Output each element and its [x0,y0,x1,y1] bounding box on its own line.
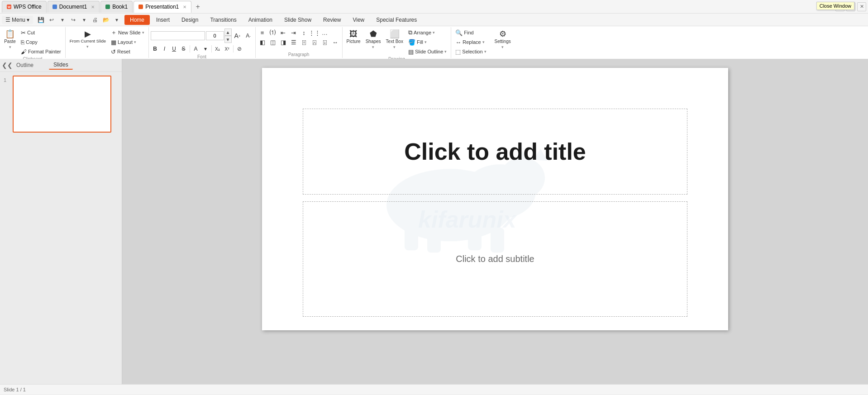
strikethrough-button[interactable]: S [179,44,188,53]
font-name-input[interactable] [151,31,205,40]
layout-button[interactable]: ▦ Layout ▾ [109,38,147,47]
align-center-button[interactable]: ◫ [268,38,278,47]
outline-tab[interactable]: Outline [12,61,38,69]
font-size-input[interactable] [206,31,224,40]
find-button[interactable]: 🔍 Find [453,28,476,37]
slide-thumbnail-1[interactable] [13,76,111,133]
ribbon-tab-special[interactable]: Special Features [371,15,422,25]
shapes-button[interactable]: ⬟ Shapes ▾ [363,28,383,51]
redo-button[interactable]: ↪ [68,15,78,25]
shapes-label: Shapes [366,39,381,44]
tab-ppt-close[interactable]: ✕ [183,5,186,10]
paste-button[interactable]: 📋 Paste ▾ [2,28,18,51]
slide-canvas[interactable]: kifarunix Click to add title Click to ad… [262,68,728,330]
ribbon-group-clipboard: 📋 Paste ▾ ✂ Cut ⎘ Copy 🖌 Format Painter [0,27,66,58]
picture-button[interactable]: 🖼 Picture [344,28,363,46]
ribbon-tab-insert[interactable]: Insert [151,15,175,25]
fill-button[interactable]: 🪣 Fill ▾ [406,38,449,47]
align-middle-button[interactable]: ⍓ [310,38,320,47]
print-button[interactable]: 🖨 [90,15,100,25]
sidebar: ❮❮ Outline Slides 1 [0,59,122,384]
cut-button[interactable]: ✂ Cut [19,28,63,37]
open-button[interactable]: 📂 [101,15,111,25]
doc-icon [52,5,57,9]
text-dir-button[interactable]: ↔ [330,38,340,47]
tab-doc-close[interactable]: ✕ [91,5,95,10]
font-size-increase-button[interactable]: ▲ [224,29,232,36]
line-spacing-button[interactable]: ↕ [299,28,309,37]
tab-wps-office[interactable]: W WPS Office [2,1,47,13]
selection-button[interactable]: ⬚ Selection ▾ [453,47,488,56]
ribbon-tab-transitions[interactable]: Transitions [205,15,242,25]
para-more-button[interactable]: … [320,28,330,37]
bold-button[interactable]: B [151,44,160,53]
indent-more-button[interactable]: ⇥ [289,28,299,37]
indent-less-button[interactable]: ⇤ [278,28,288,37]
ribbon-tab-slideshow[interactable]: Slide Show [279,15,317,25]
redo-dropdown[interactable]: ▾ [79,15,89,25]
close-button[interactable]: ✕ [857,2,866,11]
clipboard-content: 📋 Paste ▾ ✂ Cut ⎘ Copy 🖌 Format Painter [2,28,63,56]
copy-button[interactable]: ⎘ Copy [19,38,63,47]
text-box-label: Text Box [386,39,403,44]
drawing-group-label: Drawing [344,56,449,59]
replace-button[interactable]: ↔ Replace ▾ [453,38,486,47]
replace-label: Replace [463,39,481,45]
tab-document1[interactable]: Document1 ✕ [48,1,100,13]
superscript-button[interactable]: X² [223,44,232,53]
editing-content: 🔍 Find ↔ Replace ▾ ⬚ Selection ▾ [453,28,488,57]
slide-number-1: 1 [4,76,10,83]
menu-wps[interactable]: ☰ Menu ▾ [2,16,33,24]
qa-more-button[interactable]: ▾ [112,15,122,25]
settings-button[interactable]: ⚙ Settings ▾ [492,28,513,51]
text-box-button[interactable]: ⬜ Text Box ▾ [384,28,405,51]
underline-button[interactable]: U [170,44,179,53]
slide-outline-button[interactable]: ▤ Slide Outline ▾ [406,47,449,56]
arrange-dropdown: ▾ [433,30,435,35]
sidebar-collapse-button[interactable]: ❮❮ [0,61,14,70]
align-right-button[interactable]: ◨ [278,38,288,47]
font-size-grow-button[interactable]: A+ [233,31,243,40]
slide-subtitle-box[interactable]: Click to add subtitle [303,201,687,317]
font-size-shrink-button[interactable]: A- [243,31,253,40]
ribbon-tab-review[interactable]: Review [318,15,346,25]
reset-icon: ↺ [111,48,116,55]
text-shadow-button[interactable]: A [191,44,200,53]
text-color-dropdown[interactable]: ▾ [201,44,210,53]
align-top-button[interactable]: ⍐ [299,38,309,47]
picture-icon: 🖼 [349,30,358,38]
justify-button[interactable]: ☰ [289,38,299,47]
ribbon-group-slides: ▶ From Current Slide ▾ ＋ New Slide ▾ ▦ L… [66,27,149,58]
arrange-label: Arrange [414,30,431,35]
ribbon-tab-design[interactable]: Design [176,15,204,25]
align-row: ◧ ◫ ◨ ☰ ⍐ ⍓ ⍗ ↔ [258,38,340,47]
paragraph-group-label: Paragraph [258,52,340,57]
save-button[interactable]: 💾 [36,15,46,25]
undo-dropdown[interactable]: ▾ [57,15,67,25]
from-current-slide-button[interactable]: ▶ From Current Slide ▾ [67,28,108,51]
tab-presentation1[interactable]: Presentation1 ✕ [134,1,191,13]
ordered-list-button[interactable]: ⑴ [268,28,278,37]
slide-title-box[interactable]: Click to add title [303,109,687,195]
shapes-dropdown-icon: ▾ [372,45,374,49]
ribbon-tab-animation[interactable]: Animation [243,15,278,25]
arrange-button[interactable]: ⧉ Arrange ▾ [406,28,449,37]
clear-format-button[interactable]: ⊘ [235,44,244,53]
reset-button[interactable]: ↺ Reset [109,47,147,56]
undo-button[interactable]: ↩ [47,15,57,25]
subscript-button[interactable]: X₂ [213,44,222,53]
format-painter-button[interactable]: 🖌 Format Painter [19,47,63,56]
align-bottom-button[interactable]: ⍗ [320,38,330,47]
new-slide-button[interactable]: ＋ New Slide ▾ [109,28,147,37]
slide-outline-icon: ▤ [408,48,414,55]
slides-tab[interactable]: Slides [49,61,73,70]
columns-button[interactable]: ⋮⋮ [310,28,320,37]
add-tab-button[interactable]: + [192,1,203,12]
italic-button[interactable]: I [160,44,169,53]
font-size-decrease-button[interactable]: ▼ [224,36,232,43]
tab-book1[interactable]: Book1 [100,1,133,13]
unordered-list-button[interactable]: ≡ [258,28,267,37]
align-left-button[interactable]: ◧ [258,38,267,47]
ribbon-tab-home[interactable]: Home [124,15,150,25]
ribbon-tab-view[interactable]: View [347,15,370,25]
